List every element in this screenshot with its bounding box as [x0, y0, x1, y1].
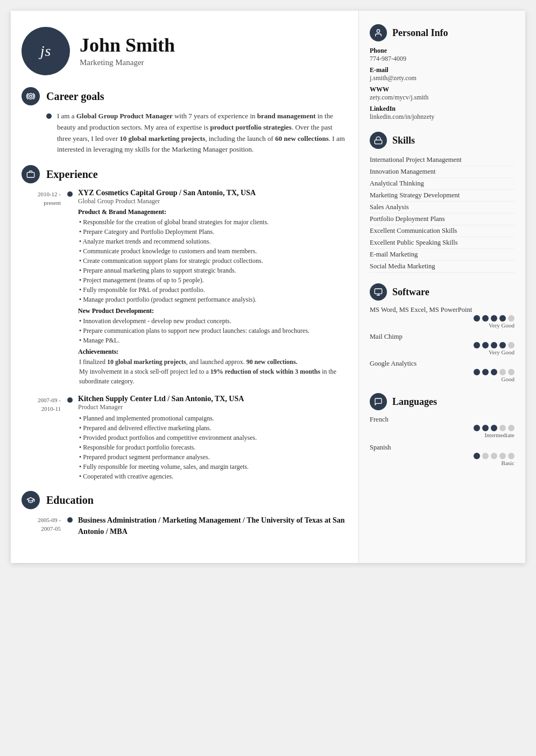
dot-fr-5 [508, 425, 514, 431]
dot-fr-4 [499, 425, 506, 431]
exp-dot-col-1 [67, 189, 73, 386]
education-section: Education 2005-09 -2007-05 Business Admi… [22, 491, 345, 537]
dot-ga-4 [499, 369, 506, 375]
software-dots-ms [370, 315, 514, 322]
career-goals-text: I am a Global Group Product Manager with… [57, 111, 345, 155]
email-value: j.smith@zety.com [370, 74, 514, 82]
exp-bullets-npd: • Innovation development - develop new p… [79, 316, 345, 345]
language-dots-french [370, 425, 514, 431]
dot-es-2 [482, 453, 489, 459]
language-level-french: Intermediate [370, 432, 514, 438]
education-header: Education [22, 491, 345, 509]
dot-es-4 [499, 453, 506, 459]
software-header: Software [370, 283, 514, 301]
education-title: Education [46, 494, 94, 507]
software-name-ms: MS Word, MS Excel, MS PowerPoint [370, 306, 514, 314]
skill-item-2: Innovation Management [370, 166, 514, 178]
dot-fr-1 [474, 425, 480, 431]
skill-item-9: E-mail Marketing [370, 249, 514, 261]
personal-info-title: Personal Info [392, 27, 448, 39]
dot-fr-2 [482, 425, 489, 431]
dot-fr-3 [491, 425, 497, 431]
languages-icon [370, 393, 387, 410]
exp-role-2: Product Manager [78, 403, 345, 411]
svg-rect-2 [27, 173, 34, 177]
resume-container: js John Smith Marketing Manager Career g… [11, 11, 525, 563]
dot-ga-1 [474, 369, 480, 375]
software-level-ga: Good [370, 376, 514, 382]
svg-point-1 [28, 94, 34, 99]
svg-rect-5 [375, 289, 382, 294]
dot-ms-1 [474, 315, 480, 322]
language-name-spanish: Spanish [370, 444, 514, 452]
dot-mc-1 [474, 342, 480, 348]
experience-entry-1: 2010-12 -present XYZ Cosmetics Capital G… [22, 189, 345, 386]
skills-title: Skills [392, 135, 415, 146]
language-name-french: French [370, 416, 514, 424]
software-level-ms: Very Good [370, 322, 514, 329]
candidate-title: Marketing Manager [80, 58, 175, 67]
career-goals-section: Career goals I am a Global Group Product… [22, 87, 345, 155]
personal-info-fields: Phone 774-987-4009 E-mail j.smith@zety.c… [370, 47, 514, 121]
exp-company-1: XYZ Cosmetics Capital Group / San Antoni… [78, 189, 345, 197]
personal-info-section: Personal Info Phone 774-987-4009 E-mail … [370, 24, 514, 121]
language-level-spanish: Basic [370, 460, 514, 466]
languages-section: Languages French Intermediate Spanish [370, 393, 514, 466]
www-value: zety.com/mycv/j.smith [370, 94, 514, 102]
exp-dot-1 [67, 191, 73, 197]
resume-header: js John Smith Marketing Manager [22, 27, 345, 75]
dot-ga-2 [482, 369, 489, 375]
exp-date-2: 2007-09 -2010-11 [22, 395, 67, 481]
languages-header: Languages [370, 393, 514, 410]
header-text: John Smith Marketing Manager [80, 35, 175, 68]
software-icon [370, 283, 387, 301]
software-item-ga: Google Analytics Good [370, 360, 514, 382]
experience-title: Experience [46, 168, 98, 181]
exp-sub-title-ach: Achievements: [78, 348, 345, 356]
career-goals-header: Career goals [22, 87, 345, 105]
skills-section: Skills International Project Management … [370, 132, 514, 273]
bullet-dot [46, 113, 52, 119]
dot-mc-2 [482, 342, 489, 348]
experience-icon [22, 165, 40, 183]
dot-ms-4 [499, 315, 506, 322]
exp-bullets-pb: • Responsible for the creation of global… [79, 217, 345, 304]
avatar: js [22, 27, 70, 75]
skill-item-10: Social Media Marketing [370, 261, 514, 273]
dot-ga-5 [508, 369, 514, 375]
email-label: E-mail [370, 66, 514, 74]
dot-es-5 [508, 453, 514, 459]
edu-dot-col-1 [67, 515, 73, 537]
software-item-mc: Mail Chimp Very Good [370, 333, 514, 355]
experience-header: Experience [22, 165, 345, 183]
exp-role-1: Global Group Product Manager [78, 197, 345, 205]
exp-dot-col-2 [67, 395, 73, 481]
career-goals-title: Career goals [46, 90, 104, 103]
candidate-name: John Smith [80, 35, 175, 56]
right-column: Personal Info Phone 774-987-4009 E-mail … [358, 11, 525, 563]
exp-dot-2 [67, 397, 73, 403]
language-item-french: French Intermediate [370, 416, 514, 438]
dot-ms-3 [491, 315, 497, 322]
dot-es-3 [491, 453, 497, 459]
dot-ga-3 [491, 369, 497, 375]
skill-item-5: Sales Analysis [370, 202, 514, 213]
skills-header: Skills [370, 132, 514, 149]
skills-icon [370, 132, 387, 149]
dot-mc-3 [491, 342, 497, 348]
career-goals-bullet: I am a Global Group Product Manager with… [46, 111, 345, 155]
svg-point-0 [30, 95, 32, 98]
svg-rect-4 [375, 140, 382, 144]
language-item-spanish: Spanish Basic [370, 444, 514, 466]
exp-company-2: Kitchen Supply Center Ltd / San Antonio,… [78, 395, 345, 403]
software-dots-ga [370, 369, 514, 375]
exp-sub-title-pb: Product & Brand Management: [78, 208, 345, 216]
career-goals-icon [22, 87, 40, 105]
skill-item-3: Analytical Thinking [370, 178, 514, 190]
linkedin-value: linkedin.com/in/johnzety [370, 113, 514, 121]
skill-item-4: Marketing Strategy Development [370, 190, 514, 202]
experience-entry-2: 2007-09 -2010-11 Kitchen Supply Center L… [22, 395, 345, 481]
skill-item-6: Portfolio Deployment Plans [370, 213, 514, 225]
dot-ms-2 [482, 315, 489, 322]
svg-point-3 [377, 30, 379, 32]
